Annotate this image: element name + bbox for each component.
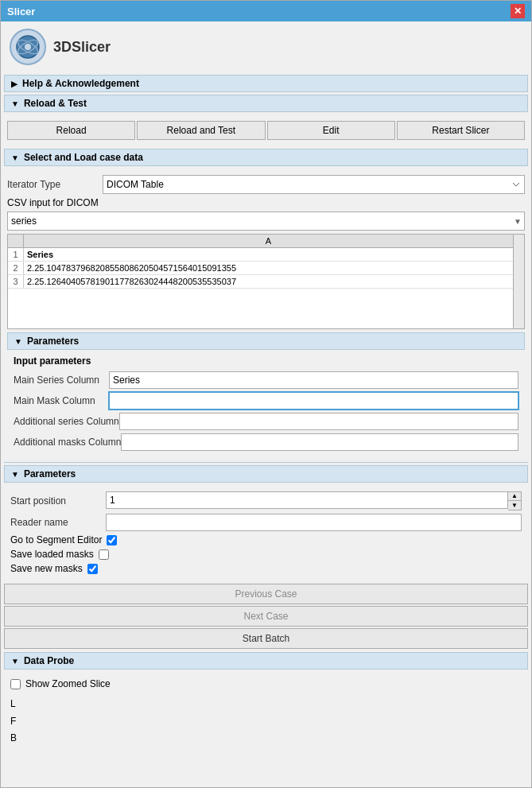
- go-segment-label: Go to Segment Editor: [10, 534, 102, 545]
- reader-name-input[interactable]: [106, 514, 522, 531]
- reload-test-section-header[interactable]: ▼ Reload & Test: [4, 95, 528, 112]
- data-probe-section-header[interactable]: ▼ Data Probe: [4, 652, 528, 670]
- restart-slicer-button[interactable]: Restart Slicer: [397, 121, 525, 140]
- table-cell-3: 2.25.12640405781901177826302444820053553…: [24, 275, 524, 288]
- add-series-label: Additional series Column: [14, 416, 119, 427]
- start-batch-button[interactable]: Start Batch: [4, 628, 528, 649]
- start-pos-row: Start position ▲ ▼: [10, 491, 522, 510]
- b-label: B: [10, 730, 522, 747]
- main-mask-row: Main Mask Column: [14, 392, 518, 410]
- show-zoomed-row: Show Zoomed Slice: [10, 678, 522, 689]
- f-label: F: [10, 713, 522, 731]
- start-pos-input[interactable]: [106, 491, 508, 509]
- spinbox-controls: ▲ ▼: [508, 491, 522, 510]
- iterator-select-wrapper: DICOM Table: [103, 175, 525, 194]
- l-label: L: [10, 696, 522, 713]
- help-ack-label: Help & Acknowledgement: [22, 78, 139, 89]
- reader-name-label: Reader name: [10, 517, 106, 528]
- parameters2-arrow-icon: ▼: [11, 470, 19, 479]
- select-load-section-header[interactable]: ▼ Select and Load case data: [4, 149, 528, 166]
- data-probe-content: Show Zoomed Slice L F B: [4, 672, 528, 754]
- csv-section: CSV input for DICOM series ▼ A: [7, 197, 525, 329]
- table-row-num-1: 1: [8, 248, 24, 261]
- go-segment-checkbox[interactable]: [107, 535, 117, 545]
- main-series-label: Main Series Column: [14, 375, 109, 386]
- start-pos-spinbox: ▲ ▼: [106, 491, 522, 510]
- series-bold-label: Series: [27, 250, 53, 259]
- app-header: 3DSlicer: [1, 21, 531, 72]
- reload-test-content: Reload Reload and Test Edit Restart Slic…: [4, 115, 528, 146]
- help-ack-section-header[interactable]: ▶ Help & Acknowledgement: [4, 75, 528, 92]
- save-new-label: Save new masks: [10, 563, 83, 574]
- reader-name-row: Reader name: [10, 514, 522, 531]
- table-cell-1: Series: [24, 248, 524, 261]
- reload-test-label: Reload & Test: [24, 98, 87, 109]
- table-col-a-header: A: [24, 235, 513, 247]
- show-zoomed-checkbox[interactable]: [10, 679, 21, 689]
- parameters2-section-header[interactable]: ▼ Parameters: [4, 465, 528, 483]
- divider-1: [4, 462, 528, 463]
- add-masks-label: Additional masks Column: [14, 437, 121, 448]
- table-row-num-3: 3: [8, 275, 24, 288]
- title-bar: Slicer ✕: [1, 1, 531, 21]
- main-mask-label: Main Mask Column: [14, 395, 109, 406]
- window-title: Slicer: [7, 6, 35, 17]
- table-cell-2: 2.25.10478379682085580862050457156401509…: [24, 262, 524, 274]
- help-ack-arrow-icon: ▶: [11, 80, 17, 88]
- svg-point-4: [25, 44, 31, 50]
- table-body: 1 Series 2 2.25.104783796820855808620504…: [8, 248, 524, 324]
- data-probe-label: Data Probe: [24, 655, 74, 666]
- parameters1-arrow-icon: ▼: [14, 337, 22, 346]
- csv-label: CSV input for DICOM: [7, 197, 525, 208]
- spinbox-up-button[interactable]: ▲: [508, 492, 521, 501]
- app-name: 3DSlicer: [53, 39, 111, 56]
- parameters1-section-header[interactable]: ▼ Parameters: [7, 332, 525, 350]
- add-masks-row: Additional masks Column: [14, 433, 518, 451]
- table-row: 1 Series: [8, 248, 524, 262]
- select-load-arrow-icon: ▼: [11, 153, 19, 162]
- parameters1-label: Parameters: [27, 336, 79, 347]
- table-row: 3 2.25.126404057819011778263024448200535…: [8, 275, 524, 289]
- add-masks-input[interactable]: [121, 433, 518, 451]
- close-button[interactable]: ✕: [511, 4, 525, 18]
- save-new-checkbox[interactable]: [87, 564, 98, 574]
- lfb-labels: L F B: [10, 696, 522, 747]
- series-select-wrapper: series ▼: [7, 212, 525, 231]
- input-params-title: Input parameters: [14, 355, 518, 367]
- spinbox-down-button[interactable]: ▼: [508, 501, 521, 510]
- save-masks-label: Save loaded masks: [10, 549, 94, 560]
- table-row: 2 2.25.104783796820855808620504571564015…: [8, 262, 524, 275]
- start-pos-label: Start position: [10, 495, 106, 507]
- reload-and-test-button[interactable]: Reload and Test: [137, 121, 265, 140]
- save-masks-row: Save loaded masks: [10, 549, 522, 560]
- save-masks-checkbox[interactable]: [99, 549, 109, 560]
- add-series-row: Additional series Column: [14, 413, 518, 430]
- edit-button[interactable]: Edit: [267, 121, 395, 140]
- csv-table: A 1 Series 2 2.25.1047837968208558086205…: [7, 234, 525, 329]
- iterator-select[interactable]: DICOM Table: [103, 175, 525, 194]
- data-probe-arrow-icon: ▼: [11, 657, 19, 666]
- select-load-content: Iterator Type DICOM Table CSV input for …: [4, 169, 528, 460]
- save-new-row: Save new masks: [10, 563, 522, 574]
- toolbar-row: Reload Reload and Test Edit Restart Slic…: [7, 121, 525, 140]
- add-series-input[interactable]: [119, 413, 518, 430]
- iterator-label: Iterator Type: [7, 179, 103, 190]
- series-select[interactable]: series: [7, 212, 525, 231]
- parameters1-content: Input parameters Main Series Column Main…: [7, 352, 525, 457]
- main-series-input[interactable]: [109, 371, 518, 389]
- prev-case-button[interactable]: Previous Case: [4, 584, 528, 604]
- next-case-button[interactable]: Next Case: [4, 606, 528, 627]
- table-scrollbar[interactable]: [513, 235, 524, 328]
- case-buttons-group: Previous Case Next Case Start Batch: [4, 584, 528, 649]
- table-row-num-2: 2: [8, 262, 24, 274]
- main-series-row: Main Series Column: [14, 371, 518, 389]
- parameters2-label: Parameters: [24, 468, 76, 479]
- table-row-num-header: [8, 235, 24, 247]
- table-header-row: A: [8, 235, 524, 248]
- reload-button[interactable]: Reload: [7, 121, 135, 140]
- reload-test-arrow-icon: ▼: [11, 99, 19, 108]
- main-window: Slicer ✕ 3DSlicer ▶ Help & Acknowledgeme…: [0, 0, 532, 788]
- parameters2-content: Start position ▲ ▼ Reader name Go to Seg…: [4, 485, 528, 580]
- content-area: ▶ Help & Acknowledgement ▼ Reload & Test…: [1, 72, 531, 787]
- main-mask-input[interactable]: [109, 392, 518, 410]
